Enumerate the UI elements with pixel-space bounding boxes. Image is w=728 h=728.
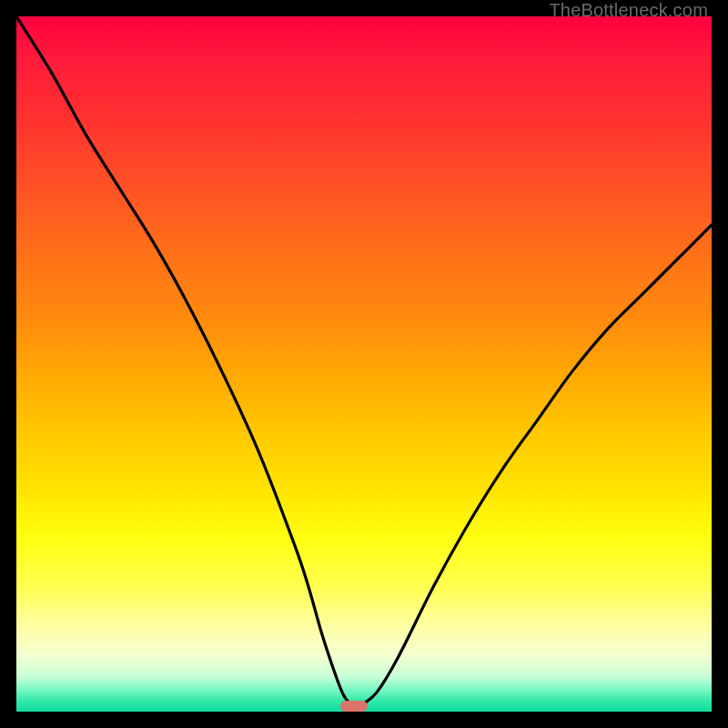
bottleneck-curve	[16, 16, 712, 712]
watermark-text: TheBottleneck.com	[549, 0, 708, 21]
optimal-point-marker	[340, 701, 368, 712]
chart-frame: TheBottleneck.com	[0, 0, 728, 728]
chart-plot-area	[16, 16, 712, 712]
